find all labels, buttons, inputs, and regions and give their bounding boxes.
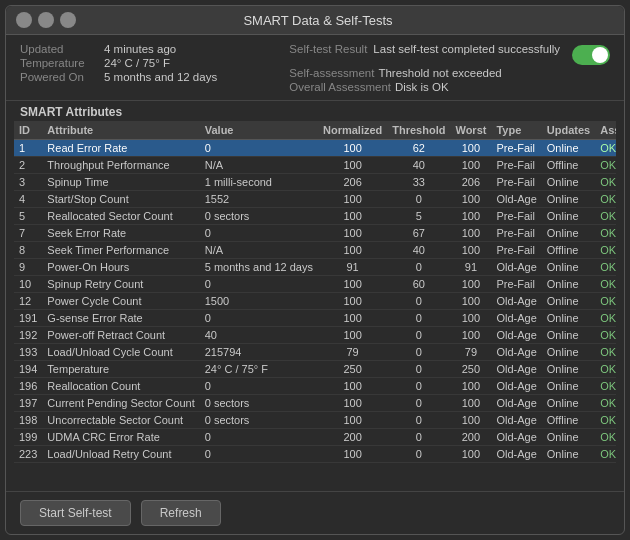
table-row[interactable]: 197Current Pending Sector Count0 sectors… xyxy=(14,395,616,412)
table-row[interactable]: 196Reallocation Count01000100Old-AgeOnli… xyxy=(14,378,616,395)
col-assessment: Assessment xyxy=(595,121,616,140)
window-controls xyxy=(16,12,76,28)
table-row[interactable]: 191G-sense Error Rate01000100Old-AgeOnli… xyxy=(14,310,616,327)
table-row[interactable]: 10Spinup Retry Count010060100Pre-FailOnl… xyxy=(14,276,616,293)
updated-value: 4 minutes ago xyxy=(104,43,176,55)
window-title: SMART Data & Self-Tests xyxy=(76,13,560,28)
temperature-value: 24° C / 75° F xyxy=(104,57,170,69)
col-id: ID xyxy=(14,121,42,140)
table-row[interactable]: 194Temperature24° C / 75° F2500250Old-Ag… xyxy=(14,361,616,378)
toggle-knob xyxy=(592,47,608,63)
table-row[interactable]: 4Start/Stop Count15521000100Old-AgeOnlin… xyxy=(14,191,616,208)
table-row[interactable]: 193Load/Unload Cycle Count21579479079Old… xyxy=(14,344,616,361)
col-updates: Updates xyxy=(542,121,595,140)
table-row[interactable]: 2Throughput PerformanceN/A10040100Pre-Fa… xyxy=(14,157,616,174)
table-row[interactable]: 8Seek Timer PerformanceN/A10040100Pre-Fa… xyxy=(14,242,616,259)
footer: Start Self-test Refresh xyxy=(6,491,624,534)
col-value: Value xyxy=(200,121,318,140)
self-test-value: Last self-test completed successfully xyxy=(373,43,560,65)
updated-label: Updated xyxy=(20,43,100,55)
col-attribute: Attribute xyxy=(42,121,199,140)
toggle-switch[interactable] xyxy=(572,45,610,65)
overall-label: Overall Assessment xyxy=(289,81,391,93)
minimize-button[interactable] xyxy=(16,12,32,28)
title-bar: SMART Data & Self-Tests xyxy=(6,6,624,35)
header-right: Self-test Result Last self-test complete… xyxy=(289,43,610,93)
maximize-button[interactable] xyxy=(38,12,54,28)
smart-table-container: ID Attribute Value Normalized Threshold … xyxy=(14,121,616,491)
self-assessment-label: Self-assessment xyxy=(289,67,374,79)
self-test-label: Self-test Result xyxy=(289,43,369,65)
col-worst: Worst xyxy=(450,121,491,140)
table-row[interactable]: 192Power-off Retract Count401000100Old-A… xyxy=(14,327,616,344)
table-row[interactable]: 12Power Cycle Count15001000100Old-AgeOnl… xyxy=(14,293,616,310)
close-button[interactable] xyxy=(60,12,76,28)
col-threshold: Threshold xyxy=(387,121,450,140)
table-row[interactable]: 5Reallocated Sector Count0 sectors100510… xyxy=(14,208,616,225)
temperature-label: Temperature xyxy=(20,57,100,69)
table-row[interactable]: 3Spinup Time1 milli-second20633206Pre-Fa… xyxy=(14,174,616,191)
col-normalized: Normalized xyxy=(318,121,387,140)
start-self-test-button[interactable]: Start Self-test xyxy=(20,500,131,526)
powered-on-value: 5 months and 12 days xyxy=(104,71,217,83)
table-header-row: ID Attribute Value Normalized Threshold … xyxy=(14,121,616,140)
smart-table: ID Attribute Value Normalized Threshold … xyxy=(14,121,616,463)
main-window: SMART Data & Self-Tests Updated 4 minute… xyxy=(5,5,625,535)
self-assessment-value: Threshold not exceeded xyxy=(378,67,501,79)
table-row[interactable]: 199UDMA CRC Error Rate02000200Old-AgeOnl… xyxy=(14,429,616,446)
refresh-button[interactable]: Refresh xyxy=(141,500,221,526)
col-type: Type xyxy=(491,121,541,140)
overall-value: Disk is OK xyxy=(395,81,449,93)
powered-on-label: Powered On xyxy=(20,71,100,83)
table-row[interactable]: 223Load/Unload Retry Count01000100Old-Ag… xyxy=(14,446,616,463)
header-left: Updated 4 minutes ago Temperature 24° C … xyxy=(20,43,217,83)
table-row[interactable]: 198Uncorrectable Sector Count0 sectors10… xyxy=(14,412,616,429)
smart-attributes-label: SMART Attributes xyxy=(6,101,624,121)
table-row[interactable]: 9Power-On Hours5 months and 12 days91091… xyxy=(14,259,616,276)
table-row[interactable]: 7Seek Error Rate010067100Pre-FailOnlineO… xyxy=(14,225,616,242)
table-row[interactable]: 1Read Error Rate010062100Pre-FailOnlineO… xyxy=(14,140,616,157)
header-section: Updated 4 minutes ago Temperature 24° C … xyxy=(6,35,624,101)
